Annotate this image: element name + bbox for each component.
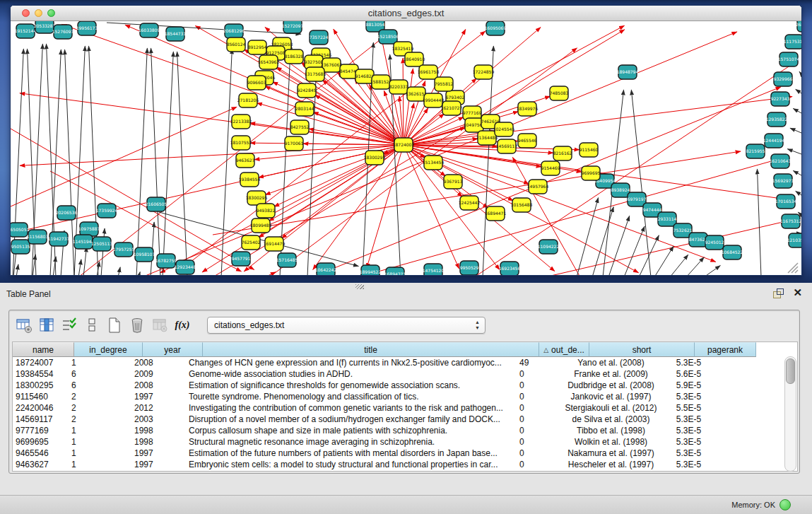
graph-node[interactable]: 8186328: [285, 49, 304, 64]
graph-node[interactable]: 20206536: [56, 206, 78, 220]
graph-node[interactable]: 9505135: [11, 240, 30, 254]
graph-node[interactable]: 9367913: [444, 175, 463, 189]
delete-column-icon[interactable]: [128, 316, 146, 334]
graph-node[interactable]: 15272097: [282, 21, 304, 33]
graph-node[interactable]: 7625402: [242, 235, 261, 250]
graph-node[interactable]: 9115460: [579, 143, 599, 157]
graph-node[interactable]: 19956173: [76, 21, 98, 35]
graph-node[interactable]: 15276097: [52, 25, 74, 39]
graph-node[interactable]: 16210727: [441, 101, 463, 115]
graph-node[interactable]: 12103504: [787, 233, 801, 247]
new-column-icon[interactable]: [105, 316, 124, 334]
graph-node[interactable]: 16210643: [770, 154, 792, 168]
graph-node[interactable]: 9227343: [771, 92, 790, 106]
column-header-year[interactable]: year: [143, 342, 203, 357]
graph-node[interactable]: 9329966: [774, 72, 793, 86]
table-scrollbar-thumb[interactable]: [786, 358, 795, 384]
graph-node[interactable]: 17224859: [473, 65, 495, 79]
table-row[interactable]: 977716911998Corpus callosum shape and si…: [13, 425, 797, 436]
graph-node[interactable]: 10245545: [493, 122, 515, 136]
graph-node[interactable]: 11675312: [780, 214, 801, 228]
graph-node[interactable]: 11156803: [27, 230, 49, 244]
resize-grip-icon[interactable]: [788, 263, 798, 273]
graph-node[interactable]: 9463627: [236, 153, 255, 168]
graph-node[interactable]: 18300295: [246, 191, 268, 205]
graph-node[interactable]: 17016534: [775, 194, 797, 209]
graph-node[interactable]: 2933114: [658, 212, 677, 226]
graph-node[interactable]: 16894371: [384, 267, 406, 275]
graph-node[interactable]: 10975887: [78, 222, 100, 236]
graph-node[interactable]: 8560124: [227, 37, 246, 52]
float-panel-icon[interactable]: [772, 288, 784, 298]
graph-node[interactable]: 17359924: [96, 204, 118, 218]
table-scrollbar[interactable]: [784, 356, 796, 472]
splitter-grip-icon[interactable]: [355, 284, 364, 289]
table-row[interactable]: 1872400712008Changes of HCN gene express…: [13, 357, 797, 368]
graph-node[interactable]: 14957964: [527, 180, 549, 194]
table-row[interactable]: 911546021997Tourette syndrome. Phenomeno…: [13, 391, 797, 402]
graph-node[interactable]: 12425442: [459, 196, 481, 210]
close-panel-icon[interactable]: ✕: [793, 287, 802, 298]
graph-node[interactable]: 2803144: [295, 102, 314, 116]
graph-node[interactable]: 16894471: [485, 206, 507, 221]
graph-node[interactable]: 7955812: [435, 77, 454, 91]
graph-node[interactable]: 10958107: [134, 247, 155, 262]
column-header-out_de[interactable]: △out_de...: [539, 342, 589, 357]
graph-node[interactable]: 15716485: [276, 253, 298, 267]
graph-node[interactable]: 16923456: [499, 262, 521, 275]
table-row[interactable]: 969969511998Structural magnetic resonanc…: [13, 436, 797, 448]
graph-node[interactable]: 18994522: [360, 265, 382, 275]
graph-node[interactable]: 9096603: [247, 76, 266, 90]
graph-node[interactable]: 11942737: [48, 232, 70, 246]
graph-node[interactable]: 18349976: [517, 102, 539, 116]
graph-node[interactable]: 16543962: [258, 55, 280, 69]
panel-split-icon[interactable]: [83, 316, 101, 334]
graph-node[interactable]: 8912954: [248, 40, 267, 54]
graph-node[interactable]: 18724007: [393, 138, 415, 152]
column-header-name[interactable]: name: [13, 342, 74, 357]
graph-node[interactable]: 9465546: [518, 134, 537, 148]
graph-node[interactable]: 18300295: [364, 151, 386, 165]
function-builder-icon[interactable]: f(x): [173, 316, 192, 334]
graph-node[interactable]: 9457791: [232, 252, 251, 266]
graph-node[interactable]: 7357224: [310, 30, 329, 45]
graph-node[interactable]: 8427552: [290, 120, 310, 134]
graph-node[interactable]: 18948794: [617, 65, 639, 79]
graph-node[interactable]: 12505113: [91, 237, 113, 251]
table-row[interactable]: 946362711997Embryonic stem cells: a mode…: [13, 459, 797, 470]
table-row[interactable]: 946554611997Estimation of the future num…: [13, 448, 797, 459]
graph-node[interactable]: 8215955: [746, 144, 765, 158]
graph-node[interactable]: 26871745: [796, 21, 801, 32]
graph-node[interactable]: 18099489: [250, 218, 272, 233]
column-header-short[interactable]: short: [589, 342, 695, 357]
graph-node[interactable]: 9493822: [257, 204, 276, 218]
graph-node[interactable]: 11094222: [538, 240, 560, 254]
column-header-pagerank[interactable]: pagerank: [695, 342, 756, 357]
graph-node[interactable]: 10156488: [511, 198, 533, 212]
column-header-in_degree[interactable]: in_degree: [74, 342, 143, 357]
window-title-bar[interactable]: citations_edges.txt: [11, 6, 801, 21]
graph-node[interactable]: 7485083: [550, 86, 569, 100]
graph-node[interactable]: 14569117: [496, 139, 518, 153]
graph-node[interactable]: 12935822: [766, 112, 788, 127]
graph-node[interactable]: 16033809: [139, 23, 160, 37]
table-row[interactable]: 1456911722003Disruption of a novel membe…: [13, 414, 797, 425]
graph-node[interactable]: 20681296: [223, 24, 245, 38]
graph-node[interactable]: 27181206: [237, 93, 259, 107]
graph-node[interactable]: 18544731: [165, 27, 187, 41]
graph-node[interactable]: 9950529: [460, 261, 479, 275]
network-table-select[interactable]: citations_edges.txt ▲▼: [207, 317, 486, 334]
graph-node[interactable]: 16961758: [418, 65, 440, 79]
graph-node[interactable]: 15134454: [423, 156, 445, 170]
graph-node[interactable]: 12213382: [230, 115, 252, 129]
column-visibility-icon[interactable]: [37, 316, 56, 334]
graph-node[interactable]: 12444194: [763, 134, 785, 148]
graph-node[interactable]: 15751074: [778, 52, 800, 66]
graph-node[interactable]: 17957255: [113, 243, 135, 257]
graph-node[interactable]: 9154469: [541, 161, 560, 175]
select-rows-icon[interactable]: [60, 316, 78, 334]
graph-node[interactable]: 21606505: [146, 197, 167, 211]
column-header-title[interactable]: title: [203, 342, 539, 357]
graph-node[interactable]: 16914479: [264, 237, 286, 251]
graph-node[interactable]: 10684522: [722, 245, 743, 259]
